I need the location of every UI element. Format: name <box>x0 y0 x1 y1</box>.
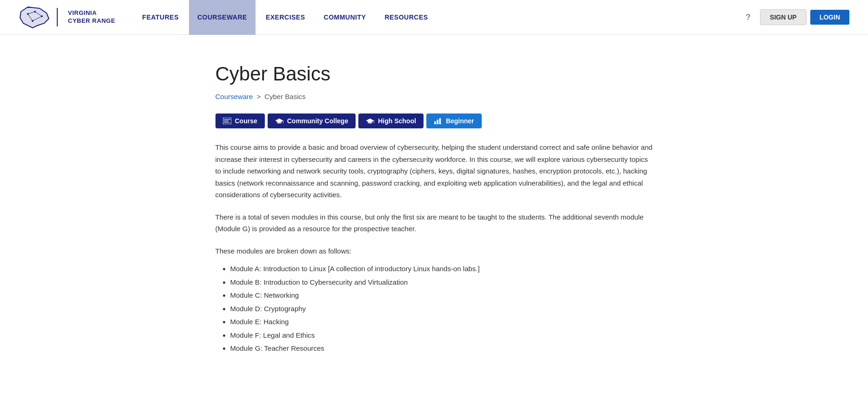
help-icon[interactable]: ? <box>740 13 756 22</box>
nav-resources[interactable]: RESOURCES <box>376 0 436 35</box>
list-item: Module G: Teacher Resources <box>230 342 653 355</box>
list-item: Module F: Legal and Ethics <box>230 329 653 342</box>
breadcrumb-sep: > <box>256 93 261 100</box>
svg-rect-19 <box>439 118 441 124</box>
tag-community-college-label: Community College <box>287 117 348 125</box>
svg-rect-18 <box>437 120 438 124</box>
list-item: Module E: Hacking <box>230 315 653 329</box>
breadcrumb: Courseware > Cyber Basics <box>215 93 653 100</box>
beginner-icon <box>434 118 442 124</box>
tags-container: Course Community College Hi <box>215 113 653 128</box>
description-p3: These modules are broken down as follows… <box>215 245 653 257</box>
svg-marker-0 <box>20 7 49 28</box>
high-school-icon <box>366 118 374 124</box>
breadcrumb-link[interactable]: Courseware <box>215 93 253 100</box>
list-item: Module A: Introduction to Linux [A colle… <box>230 262 653 276</box>
nav-courseware[interactable]: COURSEWARE <box>189 0 256 35</box>
logo-divider <box>57 8 58 27</box>
nav-community[interactable]: COMMUNITY <box>316 0 375 35</box>
main-nav: FEATURES COURSEWARE EXERCISES COMMUNITY … <box>134 0 740 35</box>
description-p1: This course aims to provide a basic and … <box>215 141 653 201</box>
modules-list: Module A: Introduction to Linux [A colle… <box>215 262 653 355</box>
tag-course: Course <box>215 113 265 128</box>
page-title: Cyber Basics <box>215 63 653 85</box>
community-college-icon <box>275 118 283 124</box>
list-item: Module B: Introduction to Cybersecurity … <box>230 276 653 289</box>
tag-beginner: Beginner <box>426 113 482 128</box>
header: VIRGINIA CYBER RANGE FEATURES COURSEWARE… <box>0 0 868 35</box>
tag-high-school-label: High School <box>378 117 416 125</box>
description-p2: There is a total of seven modules in thi… <box>215 211 653 235</box>
tag-course-label: Course <box>235 117 257 125</box>
signup-button[interactable]: SIGN UP <box>760 9 807 25</box>
nav-exercises[interactable]: EXERCISES <box>257 0 314 35</box>
tag-community-college: Community College <box>268 113 356 128</box>
logo-icon <box>19 5 51 30</box>
login-button[interactable]: LOGIN <box>810 10 849 25</box>
svg-rect-17 <box>434 121 436 124</box>
main-content: Cyber Basics Courseware > Cyber Basics C… <box>206 35 662 383</box>
breadcrumb-current: Cyber Basics <box>264 93 305 100</box>
logo-text: VIRGINIA CYBER RANGE <box>68 9 115 25</box>
logo-link[interactable]: VIRGINIA CYBER RANGE <box>19 5 115 30</box>
nav-features[interactable]: FEATURES <box>134 0 187 35</box>
course-icon <box>223 118 231 124</box>
tag-high-school: High School <box>358 113 424 128</box>
list-item: Module D: Cryptography <box>230 302 653 316</box>
list-item: Module C: Networking <box>230 289 653 302</box>
tag-beginner-label: Beginner <box>446 117 474 125</box>
